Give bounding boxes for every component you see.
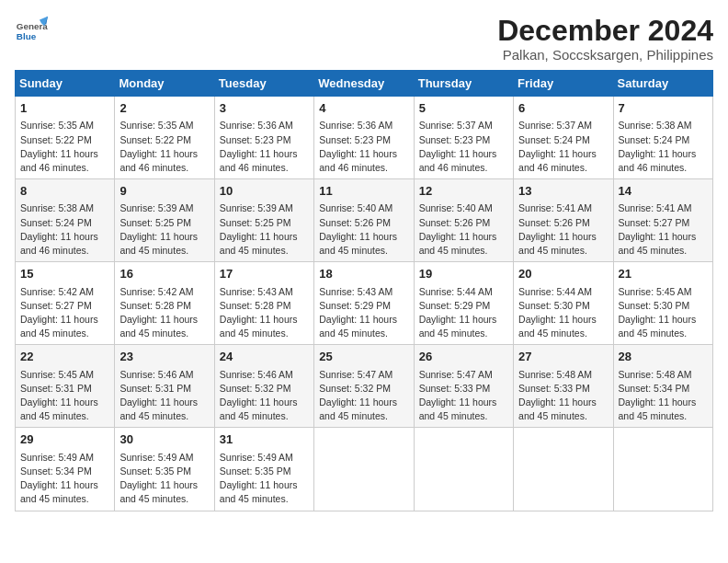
calendar-table: SundayMondayTuesdayWednesdayThursdayFrid… [15, 70, 713, 511]
calendar-cell: 20Sunrise: 5:44 AM Sunset: 5:30 PM Dayli… [514, 262, 613, 345]
day-number: 21 [619, 266, 708, 282]
title-block: December 2024 Palkan, Soccsksargen, Phil… [497, 15, 713, 63]
day-info: Sunrise: 5:47 AM Sunset: 5:32 PM Dayligh… [319, 368, 408, 424]
day-info: Sunrise: 5:43 AM Sunset: 5:28 PM Dayligh… [220, 285, 309, 341]
calendar-cell: 28Sunrise: 5:48 AM Sunset: 5:34 PM Dayli… [613, 345, 712, 428]
day-number: 11 [319, 183, 408, 200]
day-info: Sunrise: 5:37 AM Sunset: 5:23 PM Dayligh… [419, 119, 508, 175]
day-info: Sunrise: 5:45 AM Sunset: 5:30 PM Dayligh… [619, 285, 708, 341]
day-number: 18 [319, 266, 408, 282]
day-number: 1 [20, 100, 109, 117]
calendar-cell: 13Sunrise: 5:41 AM Sunset: 5:26 PM Dayli… [514, 179, 613, 262]
day-of-week-monday: Monday [115, 71, 214, 97]
day-of-week-thursday: Thursday [414, 71, 513, 97]
day-info: Sunrise: 5:42 AM Sunset: 5:28 PM Dayligh… [119, 285, 209, 341]
calendar-cell: 21Sunrise: 5:45 AM Sunset: 5:30 PM Dayli… [613, 262, 712, 345]
calendar-cell: 4Sunrise: 5:36 AM Sunset: 5:23 PM Daylig… [314, 97, 414, 179]
day-number: 23 [119, 349, 209, 365]
day-number: 12 [419, 183, 508, 200]
calendar-cell: 17Sunrise: 5:43 AM Sunset: 5:28 PM Dayli… [214, 262, 313, 345]
calendar-cell: 3Sunrise: 5:36 AM Sunset: 5:23 PM Daylig… [214, 97, 313, 179]
day-number: 30 [119, 431, 209, 448]
day-info: Sunrise: 5:38 AM Sunset: 5:24 PM Dayligh… [20, 201, 109, 258]
day-number: 31 [220, 431, 309, 448]
day-info: Sunrise: 5:44 AM Sunset: 5:29 PM Dayligh… [419, 285, 508, 341]
day-info: Sunrise: 5:35 AM Sunset: 5:22 PM Dayligh… [119, 119, 209, 175]
day-number: 20 [518, 266, 608, 282]
calendar-week-4: 22Sunrise: 5:45 AM Sunset: 5:31 PM Dayli… [16, 345, 713, 428]
day-number: 28 [619, 349, 708, 365]
page-header: General Blue December 2024 Palkan, Soccs… [15, 15, 713, 63]
calendar-cell [314, 428, 414, 511]
calendar-week-3: 15Sunrise: 5:42 AM Sunset: 5:27 PM Dayli… [16, 262, 713, 345]
day-of-week-wednesday: Wednesday [314, 71, 414, 97]
day-info: Sunrise: 5:39 AM Sunset: 5:25 PM Dayligh… [220, 201, 309, 258]
day-info: Sunrise: 5:44 AM Sunset: 5:30 PM Dayligh… [518, 285, 608, 341]
day-number: 22 [20, 349, 109, 365]
days-of-week-row: SundayMondayTuesdayWednesdayThursdayFrid… [16, 71, 713, 97]
day-info: Sunrise: 5:49 AM Sunset: 5:35 PM Dayligh… [119, 451, 209, 507]
day-info: Sunrise: 5:49 AM Sunset: 5:35 PM Dayligh… [220, 451, 309, 507]
day-number: 15 [20, 266, 109, 282]
general-blue-logo-icon: General Blue [15, 15, 48, 48]
calendar-cell: 15Sunrise: 5:42 AM Sunset: 5:27 PM Dayli… [16, 262, 115, 345]
calendar-cell: 25Sunrise: 5:47 AM Sunset: 5:32 PM Dayli… [314, 345, 414, 428]
day-info: Sunrise: 5:36 AM Sunset: 5:23 PM Dayligh… [220, 119, 309, 175]
day-number: 19 [419, 266, 508, 282]
day-info: Sunrise: 5:40 AM Sunset: 5:26 PM Dayligh… [419, 201, 508, 258]
calendar-cell [514, 428, 613, 511]
calendar-cell: 2Sunrise: 5:35 AM Sunset: 5:22 PM Daylig… [115, 97, 214, 179]
day-number: 4 [319, 100, 408, 117]
calendar-cell: 5Sunrise: 5:37 AM Sunset: 5:23 PM Daylig… [414, 97, 513, 179]
day-number: 13 [518, 183, 608, 200]
day-info: Sunrise: 5:36 AM Sunset: 5:23 PM Dayligh… [319, 119, 408, 175]
day-info: Sunrise: 5:41 AM Sunset: 5:27 PM Dayligh… [619, 201, 708, 258]
calendar-cell: 10Sunrise: 5:39 AM Sunset: 5:25 PM Dayli… [214, 179, 313, 262]
calendar-cell: 1Sunrise: 5:35 AM Sunset: 5:22 PM Daylig… [16, 97, 115, 179]
calendar-cell: 11Sunrise: 5:40 AM Sunset: 5:26 PM Dayli… [314, 179, 414, 262]
day-info: Sunrise: 5:42 AM Sunset: 5:27 PM Dayligh… [20, 285, 109, 341]
day-number: 9 [119, 183, 209, 200]
day-number: 25 [319, 349, 408, 365]
calendar-cell: 30Sunrise: 5:49 AM Sunset: 5:35 PM Dayli… [115, 428, 214, 511]
calendar-cell: 16Sunrise: 5:42 AM Sunset: 5:28 PM Dayli… [115, 262, 214, 345]
day-number: 16 [119, 266, 209, 282]
calendar-week-5: 29Sunrise: 5:49 AM Sunset: 5:34 PM Dayli… [16, 428, 713, 511]
day-number: 24 [220, 349, 309, 365]
calendar-title: December 2024 [497, 15, 713, 47]
calendar-cell: 7Sunrise: 5:38 AM Sunset: 5:24 PM Daylig… [613, 97, 712, 179]
calendar-week-2: 8Sunrise: 5:38 AM Sunset: 5:24 PM Daylig… [16, 179, 713, 262]
calendar-cell: 23Sunrise: 5:46 AM Sunset: 5:31 PM Dayli… [115, 345, 214, 428]
calendar-week-1: 1Sunrise: 5:35 AM Sunset: 5:22 PM Daylig… [16, 97, 713, 179]
day-number: 17 [220, 266, 309, 282]
day-info: Sunrise: 5:43 AM Sunset: 5:29 PM Dayligh… [319, 285, 408, 341]
svg-text:Blue: Blue [17, 31, 37, 41]
day-number: 6 [518, 100, 608, 117]
day-info: Sunrise: 5:49 AM Sunset: 5:34 PM Dayligh… [20, 451, 109, 507]
calendar-cell [613, 428, 712, 511]
day-info: Sunrise: 5:46 AM Sunset: 5:32 PM Dayligh… [220, 368, 309, 424]
calendar-cell: 27Sunrise: 5:48 AM Sunset: 5:33 PM Dayli… [514, 345, 613, 428]
day-info: Sunrise: 5:48 AM Sunset: 5:34 PM Dayligh… [619, 368, 708, 424]
day-number: 27 [518, 349, 608, 365]
calendar-subtitle: Palkan, Soccsksargen, Philippines [497, 47, 713, 63]
day-number: 2 [119, 100, 209, 117]
day-info: Sunrise: 5:46 AM Sunset: 5:31 PM Dayligh… [119, 368, 209, 424]
day-of-week-tuesday: Tuesday [214, 71, 313, 97]
calendar-cell: 31Sunrise: 5:49 AM Sunset: 5:35 PM Dayli… [214, 428, 313, 511]
day-number: 14 [619, 183, 708, 200]
day-of-week-saturday: Saturday [613, 71, 712, 97]
calendar-cell: 29Sunrise: 5:49 AM Sunset: 5:34 PM Dayli… [16, 428, 115, 511]
day-number: 29 [20, 431, 109, 448]
day-number: 10 [220, 183, 309, 200]
day-number: 7 [619, 100, 708, 117]
calendar-header: SundayMondayTuesdayWednesdayThursdayFrid… [16, 71, 713, 97]
calendar-cell: 8Sunrise: 5:38 AM Sunset: 5:24 PM Daylig… [16, 179, 115, 262]
day-info: Sunrise: 5:35 AM Sunset: 5:22 PM Dayligh… [20, 119, 109, 175]
calendar-cell: 22Sunrise: 5:45 AM Sunset: 5:31 PM Dayli… [16, 345, 115, 428]
day-of-week-sunday: Sunday [16, 71, 115, 97]
day-info: Sunrise: 5:45 AM Sunset: 5:31 PM Dayligh… [20, 368, 109, 424]
day-number: 5 [419, 100, 508, 117]
day-info: Sunrise: 5:40 AM Sunset: 5:26 PM Dayligh… [319, 201, 408, 258]
calendar-cell: 19Sunrise: 5:44 AM Sunset: 5:29 PM Dayli… [414, 262, 513, 345]
